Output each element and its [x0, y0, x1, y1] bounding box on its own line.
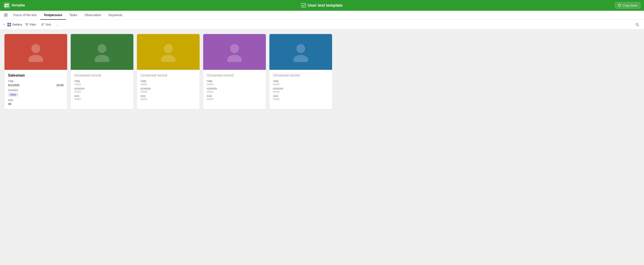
- card-3[interactable]: Unnamed record TIME GENDER AGE: [137, 34, 200, 109]
- gender-placeholder-4: [207, 91, 214, 93]
- app-title-area: User test template: [302, 3, 342, 8]
- time-placeholder-4: [207, 84, 214, 85]
- gender-label-1: GENDER: [8, 89, 64, 92]
- svg-point-26: [293, 55, 308, 62]
- title-check-icon: [302, 3, 306, 8]
- logo-text: Airtable: [12, 3, 25, 8]
- time-label-4: TIME: [207, 80, 262, 82]
- card-image-2: [71, 34, 133, 70]
- filter-icon: [25, 23, 28, 26]
- card-title-3: Unnamed record: [140, 74, 196, 78]
- svg-point-19: [98, 44, 106, 53]
- card-body-4: Unnamed record TIME GENDER AGE: [203, 70, 266, 104]
- svg-rect-2: [4, 5, 6, 7]
- age-label-5: AGE: [273, 95, 328, 97]
- time-placeholder-3: [140, 84, 147, 85]
- age-placeholder-3: [140, 98, 147, 100]
- time-label-5: TIME: [273, 80, 328, 82]
- gender-badge-1: Male: [8, 93, 18, 97]
- gender-label-4: GENDER: [207, 88, 262, 90]
- nav-tab-keywords[interactable]: Keywords: [105, 11, 126, 20]
- time-label-2: TIME: [74, 80, 130, 82]
- airtable-logo: [4, 2, 10, 8]
- time-placeholder-2: [74, 84, 81, 85]
- cards-container: Salesman TIME 5/1/2020 10:00 GENDER Male…: [4, 34, 640, 109]
- svg-point-20: [95, 55, 110, 62]
- card-body-3: Unnamed record TIME GENDER AGE: [137, 70, 200, 104]
- svg-rect-5: [619, 4, 621, 6]
- view-collapse-icon[interactable]: ▾: [4, 23, 5, 26]
- top-bar: Airtable User test template Copy base: [0, 0, 644, 11]
- card-title-2: Unnamed record: [74, 74, 130, 78]
- search-icon: [636, 23, 639, 26]
- age-label-1: AGE: [8, 99, 64, 102]
- more-options-button[interactable]: ...: [54, 22, 61, 28]
- age-placeholder-2: [74, 98, 81, 100]
- age-placeholder-4: [207, 98, 214, 100]
- gender-placeholder-5: [273, 91, 280, 93]
- person-avatar-4: [224, 42, 244, 62]
- copy-base-button[interactable]: Copy base: [615, 2, 640, 8]
- gender-label-2: GENDER: [74, 88, 130, 90]
- nav-tab-focus[interactable]: Focus of the test: [10, 11, 40, 20]
- svg-point-18: [28, 55, 43, 62]
- gallery-grid-icon: [8, 23, 11, 26]
- app-title: User test template: [308, 3, 342, 8]
- svg-line-16: [638, 25, 639, 26]
- svg-rect-6: [4, 14, 8, 14]
- toolbar-row: ▾ Gallery Filter Sort ...: [0, 20, 644, 30]
- card-title-1: Salesman: [8, 74, 64, 78]
- gender-placeholder-2: [74, 91, 81, 93]
- card-2[interactable]: Unnamed record TIME GENDER AGE: [71, 34, 133, 109]
- svg-rect-7: [4, 15, 8, 15]
- copy-icon: [618, 4, 621, 7]
- svg-point-24: [227, 55, 242, 62]
- svg-rect-3: [7, 5, 9, 7]
- card-title-4: Unnamed record: [207, 74, 262, 78]
- age-label-2: AGE: [74, 95, 130, 97]
- nav-tab-tasks[interactable]: Tasks: [66, 11, 81, 20]
- svg-rect-0: [4, 2, 10, 8]
- svg-rect-4: [302, 3, 306, 8]
- time-label-3: TIME: [140, 80, 196, 82]
- svg-point-25: [296, 44, 305, 53]
- gender-label-3: GENDER: [140, 88, 196, 90]
- nav-tab-testpersons[interactable]: Testpersons: [40, 11, 66, 20]
- main-content: Salesman TIME 5/1/2020 10:00 GENDER Male…: [0, 30, 644, 265]
- sort-icon: [42, 23, 44, 26]
- card-image-1: [4, 34, 67, 70]
- age-label-3: AGE: [140, 95, 196, 97]
- card-5[interactable]: Unnamed record TIME GENDER AGE: [270, 34, 332, 109]
- gender-placeholder-3: [140, 91, 147, 93]
- svg-point-22: [161, 55, 176, 62]
- time-label-1: TIME: [8, 80, 64, 82]
- card-4[interactable]: Unnamed record TIME GENDER AGE: [203, 34, 266, 109]
- person-avatar-3: [158, 42, 178, 62]
- card-body-5: Unnamed record TIME GENDER AGE: [270, 70, 332, 104]
- person-avatar-1: [26, 42, 46, 62]
- card-image-5: [270, 34, 332, 70]
- sort-button[interactable]: Sort: [39, 22, 53, 28]
- search-button[interactable]: [634, 22, 640, 28]
- age-label-4: AGE: [207, 95, 262, 97]
- card-image-4: [203, 34, 266, 70]
- card-title-5: Unnamed record: [273, 74, 328, 78]
- card-body-2: Unnamed record TIME GENDER AGE: [71, 70, 133, 104]
- gallery-view-button[interactable]: Gallery: [8, 23, 22, 26]
- svg-rect-1: [4, 4, 9, 5]
- nav-row: Focus of the test Testpersons Tasks Obse…: [0, 11, 644, 20]
- card-salesman[interactable]: Salesman TIME 5/1/2020 10:00 GENDER Male…: [4, 34, 67, 109]
- person-avatar-2: [92, 42, 112, 62]
- age-placeholder-5: [273, 98, 280, 100]
- gender-label-5: GENDER: [273, 88, 328, 90]
- time-placeholder-5: [273, 84, 280, 85]
- card-body-1: Salesman TIME 5/1/2020 10:00 GENDER Male…: [4, 70, 67, 109]
- menu-icon[interactable]: [2, 13, 10, 17]
- time-date-1: 5/1/2020: [8, 84, 20, 87]
- nav-tab-observation[interactable]: Observation: [81, 11, 105, 20]
- person-avatar-5: [291, 42, 311, 62]
- card-image-3: [137, 34, 200, 70]
- filter-button[interactable]: Filter: [23, 22, 38, 28]
- svg-point-23: [230, 44, 239, 53]
- svg-point-21: [164, 44, 173, 53]
